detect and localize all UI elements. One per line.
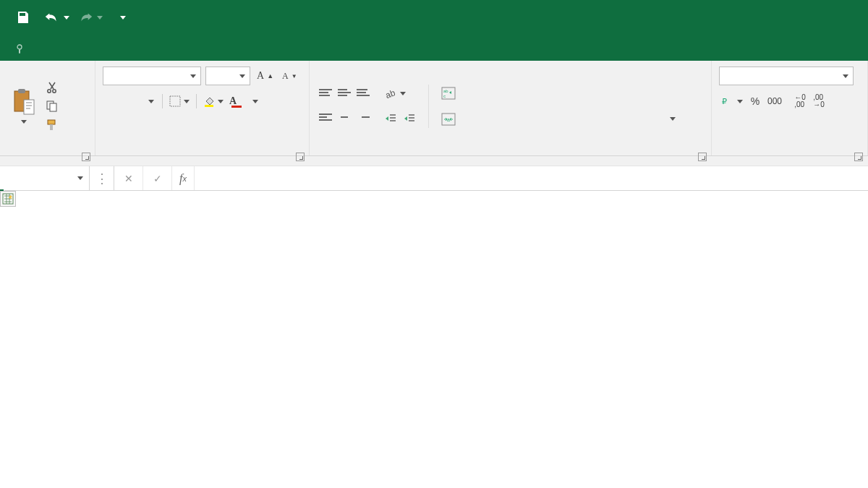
svg-rect-4 (24, 100, 34, 114)
flash-fill-smart-tag[interactable] (0, 191, 16, 207)
svg-text:ab: ab (443, 89, 448, 93)
formula-input[interactable] (195, 166, 868, 190)
align-middle-button[interactable] (336, 85, 353, 103)
align-center-button[interactable] (336, 110, 353, 127)
borders-button[interactable] (167, 93, 192, 110)
font-launcher[interactable] (296, 153, 305, 161)
save-icon[interactable] (10, 4, 36, 30)
svg-rect-11 (170, 96, 180, 106)
cut-button[interactable] (43, 79, 61, 96)
formula-bar-row: ⋮ ✕ ✓ fx (0, 166, 868, 191)
fill-color-button[interactable] (201, 93, 226, 110)
copy-button[interactable] (43, 98, 61, 115)
italic-button[interactable] (122, 93, 139, 110)
increase-indent-button[interactable] (401, 110, 418, 127)
format-painter-button[interactable] (43, 116, 61, 134)
redo-button[interactable] (77, 4, 103, 30)
svg-text:ab: ab (384, 88, 397, 100)
svg-rect-1 (19, 49, 20, 53)
decrease-decimal-button[interactable]: ,00→0 (810, 93, 827, 110)
align-left-button[interactable] (317, 110, 334, 127)
clipboard-launcher[interactable] (82, 153, 90, 161)
cancel-formula-button[interactable]: ✕ (114, 166, 143, 190)
orientation-button[interactable]: ab (382, 85, 408, 103)
undo-button[interactable] (43, 4, 69, 30)
svg-text:a: a (447, 117, 450, 122)
accounting-format-button[interactable]: ₽ (719, 93, 745, 110)
svg-point-5 (48, 89, 51, 92)
underline-button[interactable] (140, 93, 158, 110)
align-right-button[interactable] (354, 110, 372, 127)
alignment-launcher[interactable] (698, 153, 707, 161)
svg-rect-9 (48, 120, 55, 124)
number-launcher[interactable] (854, 153, 863, 161)
font-name-combo[interactable] (103, 67, 201, 85)
fx-icon[interactable]: fx (172, 166, 195, 190)
svg-rect-10 (50, 124, 53, 130)
font-size-combo[interactable] (205, 67, 250, 85)
align-bottom-button[interactable] (354, 85, 372, 103)
svg-text:c: c (443, 94, 446, 98)
ribbon: A▲ A▼ A (0, 61, 868, 156)
enter-formula-button[interactable]: ✓ (143, 166, 172, 190)
namebox-resize[interactable]: ⋮ (90, 166, 114, 190)
svg-rect-12 (205, 105, 213, 107)
svg-text:₽: ₽ (722, 97, 727, 106)
align-top-button[interactable] (317, 85, 334, 103)
decrease-indent-button[interactable] (382, 110, 399, 127)
wrap-text-button[interactable]: abc (439, 85, 678, 102)
ribbon-tabs (0, 35, 868, 61)
name-box[interactable] (0, 166, 90, 190)
qat-customize[interactable] (110, 4, 136, 30)
number-format-combo[interactable] (719, 67, 854, 85)
bold-button[interactable] (103, 93, 120, 110)
svg-point-6 (53, 89, 56, 92)
decrease-font-button[interactable]: A▼ (280, 67, 299, 85)
svg-rect-3 (18, 89, 25, 93)
svg-point-0 (17, 45, 22, 49)
percent-format-button[interactable]: % (746, 93, 764, 110)
tell-me-search[interactable] (6, 38, 39, 61)
svg-rect-8 (50, 103, 56, 111)
paste-button[interactable] (7, 87, 41, 125)
increase-font-button[interactable]: A▲ (255, 67, 276, 85)
increase-decimal-button[interactable]: ←0,00 (791, 93, 809, 110)
comma-format-button[interactable]: 000 (765, 93, 784, 110)
font-color-button[interactable]: A (227, 93, 260, 110)
merge-center-button[interactable]: a (439, 111, 678, 128)
